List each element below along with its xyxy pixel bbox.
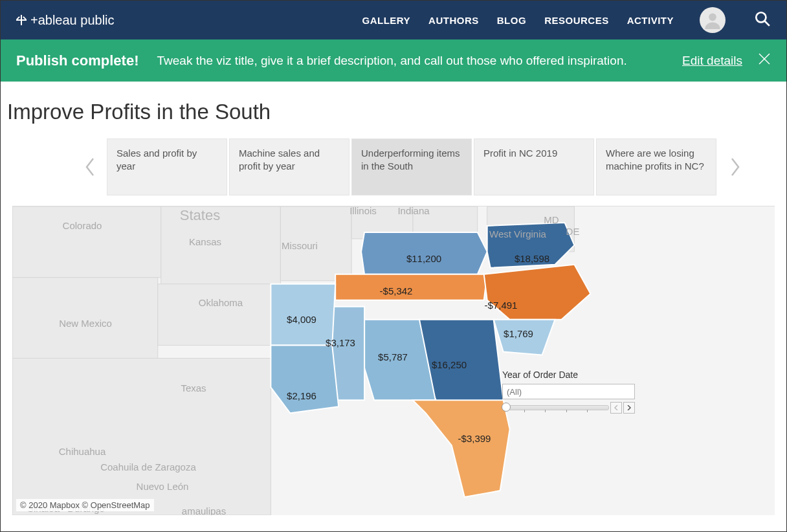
state-label-ga: $16,250 <box>432 359 467 370</box>
edit-details-link[interactable]: Edit details <box>682 54 742 68</box>
svg-rect-1 <box>16 19 27 21</box>
svg-rect-3 <box>23 16 27 20</box>
chevron-right-icon <box>729 157 741 177</box>
story-tab-label: Where are we losing machine profits in N… <box>606 148 704 172</box>
bg-label-states: States <box>180 207 220 224</box>
state-label-va: $18,598 <box>515 253 549 264</box>
banner-title: Publish complete! <box>16 52 139 69</box>
year-select[interactable]: (All) <box>502 384 635 399</box>
story-tab-label: Profit in NC 2019 <box>483 148 557 159</box>
state-label-tn: -$5,342 <box>380 285 413 296</box>
banner-message: Tweak the viz title, give it a brief des… <box>157 54 664 68</box>
bg-label-missouri: Missouri <box>282 240 318 251</box>
chevron-left-icon <box>84 157 96 177</box>
state-label-sc: $1,769 <box>504 328 533 339</box>
story-next-button[interactable] <box>724 139 747 195</box>
story-tab-4[interactable]: Where are we losing machine profits in N… <box>596 139 716 195</box>
bg-label-chihuahua: Chihuahua <box>59 446 106 457</box>
story-tab-label: Underperforming items in the South <box>361 148 460 172</box>
story-tab-label: Machine sales and profit by year <box>239 148 320 172</box>
chevron-right-icon <box>626 405 632 410</box>
bg-label-oklahoma: Oklahoma <box>199 297 243 308</box>
search-icon <box>754 10 771 27</box>
bg-label-de: DE <box>566 226 580 237</box>
nav-authors[interactable]: AUTHORS <box>428 15 479 26</box>
avatar[interactable] <box>700 7 726 33</box>
story-tab-3[interactable]: Profit in NC 2019 <box>474 139 594 195</box>
state-label-al: $5,787 <box>378 351 408 362</box>
bg-label-indiana: Indiana <box>397 206 429 216</box>
chevron-left-icon <box>614 405 619 410</box>
bg-label-tamaulipas: amaulipas <box>182 505 226 516</box>
nav-activity[interactable]: ACTIVITY <box>627 15 674 26</box>
svg-marker-14 <box>158 284 271 346</box>
state-label-ar: $4,009 <box>287 314 316 325</box>
svg-point-5 <box>756 12 766 22</box>
story-tab-1[interactable]: Machine sales and profit by year <box>229 139 349 195</box>
close-button[interactable] <box>758 52 771 69</box>
svg-rect-2 <box>16 16 20 20</box>
page-title: Improve Profits in the South <box>7 100 780 124</box>
tableau-logo-icon <box>15 14 28 27</box>
year-slider[interactable] <box>502 405 609 410</box>
map-attribution: © 2020 Mapbox © OpenStreetMap <box>16 499 154 511</box>
state-label-la: $2,196 <box>287 390 316 401</box>
bg-label-colorado: Colorado <box>63 220 102 231</box>
search-button[interactable] <box>754 10 771 30</box>
slider-thumb[interactable] <box>502 403 511 412</box>
bg-label-kansas: Kansas <box>189 236 221 247</box>
nav-gallery[interactable]: GALLERY <box>362 15 410 26</box>
svg-line-6 <box>764 21 770 26</box>
logo-text: +ableau public <box>30 13 115 28</box>
state-label-nc: -$7,491 <box>485 300 518 311</box>
nav: GALLERY AUTHORS BLOG RESOURCES ACTIVITY <box>362 7 771 33</box>
year-filter: Year of Order Date (All) <box>502 370 635 414</box>
nav-resources[interactable]: RESOURCES <box>544 15 609 26</box>
bg-label-wv: West Virginia <box>489 228 535 239</box>
story-tab-label: Sales and profit by year <box>116 148 197 172</box>
filter-title: Year of Order Date <box>502 370 635 380</box>
publish-banner: Publish complete! Tweak the viz title, g… <box>1 39 786 82</box>
slider-prev-button[interactable] <box>610 402 622 414</box>
svg-marker-10 <box>12 206 161 278</box>
story-tab-2[interactable]: Underperforming items in the South <box>351 139 472 195</box>
state-label-ky: $11,200 <box>406 253 441 264</box>
story-point-bar: Sales and profit by year Machine sales a… <box>7 139 780 202</box>
year-select-value: (All) <box>507 387 522 397</box>
slider-next-button[interactable] <box>623 402 635 414</box>
bg-label-coahuila: Coahuila de Zaragoza <box>100 461 196 472</box>
map-viz[interactable]: States Colorado Kansas Missouri Illinois… <box>12 206 775 515</box>
bg-label-newmexico: New Mexico <box>59 318 112 329</box>
bg-label-texas: Texas <box>181 382 206 393</box>
state-label-ms: $3,173 <box>326 337 355 348</box>
bg-label-nuevoleon: Nuevo León <box>137 481 189 492</box>
logo[interactable]: +ableau public <box>15 13 115 28</box>
content: Improve Profits in the South Sales and p… <box>1 82 786 515</box>
svg-marker-15 <box>12 359 271 515</box>
story-tab-0[interactable]: Sales and profit by year <box>107 139 227 195</box>
bg-label-md: MD <box>544 214 559 225</box>
nav-blog[interactable]: BLOG <box>497 15 526 26</box>
top-bar: +ableau public GALLERY AUTHORS BLOG RESO… <box>1 1 786 39</box>
close-icon <box>758 52 771 65</box>
bg-label-illinois: Illinois <box>349 206 377 216</box>
state-label-fl: -$3,399 <box>458 433 491 444</box>
story-prev-button[interactable] <box>78 139 102 195</box>
user-icon <box>704 11 722 29</box>
svg-point-4 <box>709 14 716 21</box>
